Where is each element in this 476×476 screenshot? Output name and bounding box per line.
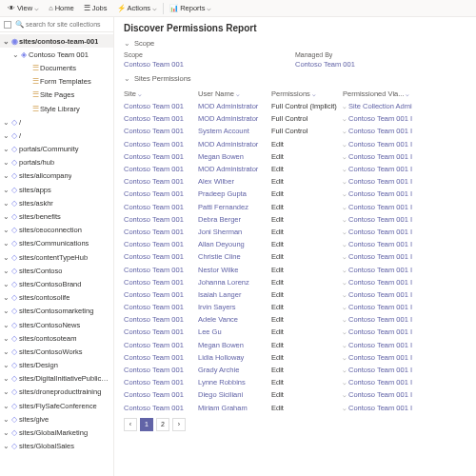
cell-site[interactable]: Contoso Team 001 xyxy=(124,353,198,362)
table-row[interactable]: Contoso Team 001Grady ArchieEdit⌵Contoso… xyxy=(124,364,466,376)
tree-site-collection[interactable]: ⌄◇sites/give xyxy=(0,412,113,426)
actions-menu[interactable]: ⚡Actions⌵ xyxy=(113,2,162,14)
cell-site[interactable]: Contoso Team 001 xyxy=(124,327,198,336)
cell-user[interactable]: Adele Vance xyxy=(198,315,271,324)
chevron-down-icon[interactable]: ⌵ xyxy=(343,204,347,210)
chevron-down-icon[interactable]: ⌵ xyxy=(343,354,347,361)
chevron-down-icon[interactable]: ⌵ xyxy=(343,228,347,235)
cell-user[interactable]: Megan Bowen xyxy=(198,341,271,349)
page-prev[interactable]: ‹ xyxy=(124,418,137,431)
managed-link[interactable]: Contoso Team 001 xyxy=(295,60,355,69)
via-link[interactable]: Contoso Team 001 I xyxy=(348,303,412,311)
tree-root[interactable]: ⌄ ◉ sites/contoso-team-001 xyxy=(0,34,113,48)
via-link[interactable]: Contoso Team 001 I xyxy=(348,177,412,186)
chevron-down-icon[interactable]: ⌵ xyxy=(343,153,347,160)
tree-site-collection[interactable]: ⌄◇sites/contosolife xyxy=(0,291,113,305)
tree-site-collection[interactable]: ⌄◇sites/Contosomarketing xyxy=(0,305,113,318)
via-link[interactable]: Contoso Team 001 I xyxy=(348,114,412,123)
cell-user[interactable]: Irvin Sayers xyxy=(198,303,271,311)
table-row[interactable]: Contoso Team 001Isaiah LangerEdit⌵Contos… xyxy=(124,288,466,301)
page-1[interactable]: 1 xyxy=(140,418,153,431)
tree-site-collection[interactable]: ⌄◇sites/allcompany xyxy=(0,169,113,183)
cell-site[interactable]: Contoso Team 001 xyxy=(124,341,198,349)
table-row[interactable]: Contoso Team 001Lee GuEdit⌵Contoso Team … xyxy=(124,326,466,338)
via-link[interactable]: Contoso Team 001 I xyxy=(348,366,412,374)
cell-user[interactable]: Megan Bowen xyxy=(198,152,271,161)
chevron-down-icon[interactable]: ⌵ xyxy=(343,253,347,260)
via-link[interactable]: Contoso Team 001 I xyxy=(348,378,412,387)
cell-site[interactable]: Contoso Team 001 xyxy=(124,152,198,161)
via-link[interactable]: Contoso Team 001 I xyxy=(348,140,412,149)
cell-user[interactable]: MOD Administrator xyxy=(198,102,271,110)
cell-site[interactable]: Contoso Team 001 xyxy=(124,127,198,135)
tree-library[interactable]: ☰Site Pages xyxy=(0,89,113,102)
cell-site[interactable]: Contoso Team 001 xyxy=(124,290,198,299)
tree-site[interactable]: ⌄ ◈ Contoso Team 001 xyxy=(0,48,113,61)
cell-user[interactable]: MOD Administrator xyxy=(198,140,271,149)
cell-user[interactable]: System Account xyxy=(198,127,271,135)
cell-user[interactable]: MOD Administrator xyxy=(198,114,271,123)
via-link[interactable]: Contoso Team 001 I xyxy=(348,266,412,274)
page-next[interactable]: › xyxy=(172,418,186,431)
permissions-section-header[interactable]: ⌄Sites Permissions xyxy=(124,74,466,83)
view-menu[interactable]: 👁View⌵ xyxy=(4,2,43,14)
tree-library[interactable]: ☰Documents xyxy=(0,61,113,74)
table-row[interactable]: Contoso Team 001Christie ClineEdit⌵Conto… xyxy=(124,250,466,263)
via-link[interactable]: Contoso Team 001 I xyxy=(348,341,412,349)
tree-site-collection[interactable]: ⌄◇sites/contosoteam xyxy=(0,331,113,345)
cell-site[interactable]: Contoso Team 001 xyxy=(124,228,198,236)
table-row[interactable]: Contoso Team 001Lidia HollowayEdit⌵Conto… xyxy=(124,351,466,364)
tree-site-collection[interactable]: ⌄◇/ xyxy=(0,129,113,142)
chevron-down-icon[interactable]: ⌵ xyxy=(343,316,347,323)
via-link[interactable]: Site Collection Admi xyxy=(348,102,412,110)
tree-site-collection[interactable]: ⌄◇sites/Design xyxy=(0,359,113,372)
tree-site-collection[interactable]: ⌄◇sites/GlobalMarketing xyxy=(0,426,113,439)
cell-user[interactable]: Johanna Lorenz xyxy=(198,278,271,287)
via-link[interactable]: Contoso Team 001 I xyxy=(348,215,412,224)
table-row[interactable]: Contoso Team 001Irvin SayersEdit⌵Contoso… xyxy=(124,301,466,313)
cell-site[interactable]: Contoso Team 001 xyxy=(124,140,198,149)
tree-site-collection[interactable]: ⌄◇portals/hub xyxy=(0,156,113,169)
via-link[interactable]: Contoso Team 001 I xyxy=(348,165,412,173)
via-link[interactable]: Contoso Team 001 I xyxy=(348,203,412,211)
chevron-down-icon[interactable]: ⌵ xyxy=(343,115,347,122)
tree-site-collection[interactable]: ⌄◇/ xyxy=(0,115,113,129)
cell-site[interactable]: Contoso Team 001 xyxy=(124,189,198,198)
table-row[interactable]: Contoso Team 001MOD AdministratorFull Co… xyxy=(124,112,466,125)
table-row[interactable]: Contoso Team 001System AccountFull Contr… xyxy=(124,125,466,137)
tree-site-collection[interactable]: ⌄◇sites/GlobalSales xyxy=(0,440,113,453)
cell-user[interactable]: Allan Deyoung xyxy=(198,240,271,248)
col-perm[interactable]: Permissions⌵ xyxy=(271,89,343,98)
via-link[interactable]: Contoso Team 001 I xyxy=(348,404,412,412)
scope-section-header[interactable]: ⌄Scope xyxy=(124,39,466,48)
cell-user[interactable]: MOD Administrator xyxy=(198,165,271,173)
tree-site-collection[interactable]: ⌄◇sites/contentTypeHub xyxy=(0,250,113,264)
table-row[interactable]: Contoso Team 001Diego SicilianiEdit⌵Cont… xyxy=(124,388,466,401)
cell-site[interactable]: Contoso Team 001 xyxy=(124,378,198,387)
table-row[interactable]: Contoso Team 001MOD AdministratorEdit⌵Co… xyxy=(124,163,466,175)
cell-site[interactable]: Contoso Team 001 xyxy=(124,278,198,287)
chevron-down-icon[interactable]: ⌵ xyxy=(343,279,347,286)
table-row[interactable]: Contoso Team 001Adele VanceEdit⌵Contoso … xyxy=(124,313,466,326)
chevron-down-icon[interactable]: ⌵ xyxy=(343,216,347,223)
table-row[interactable]: Contoso Team 001Nestor WilkeEdit⌵Contoso… xyxy=(124,263,466,275)
via-link[interactable]: Contoso Team 001 I xyxy=(348,327,412,336)
table-row[interactable]: Contoso Team 001MOD AdministratorFull Co… xyxy=(124,100,466,112)
cell-user[interactable]: Alex Wilber xyxy=(198,177,271,186)
cell-user[interactable]: Miriam Graham xyxy=(198,404,271,412)
search-input[interactable] xyxy=(26,21,109,28)
table-row[interactable]: Contoso Team 001Allan DeyoungEdit⌵Contos… xyxy=(124,238,466,250)
cell-site[interactable]: Contoso Team 001 xyxy=(124,215,198,224)
table-row[interactable]: Contoso Team 001Miriam GrahamEdit⌵Contos… xyxy=(124,402,466,414)
tree-site-collection[interactable]: ⌄◇portals/Community xyxy=(0,143,113,156)
via-link[interactable]: Contoso Team 001 I xyxy=(348,252,412,261)
via-link[interactable]: Contoso Team 001 I xyxy=(348,390,412,399)
table-row[interactable]: Contoso Team 001Pradeep GuptaEdit⌵Contos… xyxy=(124,188,466,200)
chevron-down-icon[interactable]: ⌵ xyxy=(343,166,347,172)
table-row[interactable]: Contoso Team 001Patti FernandezEdit⌵Cont… xyxy=(124,201,466,213)
via-link[interactable]: Contoso Team 001 I xyxy=(348,353,412,362)
chevron-down-icon[interactable]: ⌵ xyxy=(343,267,347,273)
tree-site-collection[interactable]: ⌄◇sites/FlySafeConference xyxy=(0,399,113,412)
tree-site-collection[interactable]: ⌄◇sites/ContosoBrand xyxy=(0,277,113,290)
tree-site-collection[interactable]: ⌄◇sites/ContosoWorks xyxy=(0,345,113,358)
